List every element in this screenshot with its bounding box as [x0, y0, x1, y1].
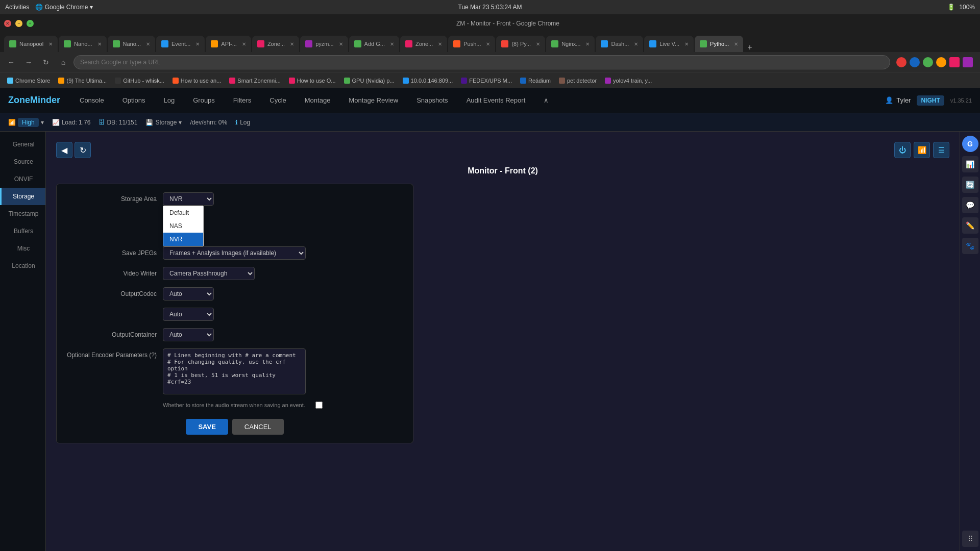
cancel-button[interactable]: CANCEL	[232, 419, 284, 435]
zm-logo[interactable]: ZoneMinder	[8, 95, 60, 106]
bookmark-readium[interactable]: Reádium	[517, 77, 554, 85]
sidebar-item-source[interactable]: Source	[0, 153, 45, 170]
ext-icon-5[interactable]	[949, 57, 960, 67]
tab-push[interactable]: Push... ✕	[448, 36, 495, 52]
storage-indicator[interactable]: 💾 Storage ▾	[145, 119, 182, 126]
bandwidth-indicator[interactable]: 📶 High ▾	[8, 118, 44, 127]
bandwidth-level[interactable]: High	[18, 118, 39, 127]
sidebar-item-general[interactable]: General	[0, 136, 45, 153]
home-button[interactable]: ⌂	[56, 55, 70, 69]
ext-icon-1[interactable]	[896, 57, 906, 67]
encoder-select2[interactable]: Auto	[163, 308, 214, 321]
tab-close[interactable]: ✕	[536, 41, 540, 47]
bookmark-fedex[interactable]: FEDEX/UPS M...	[458, 77, 515, 85]
nav-log[interactable]: Log	[160, 94, 179, 106]
video-writer-select[interactable]: Camera Passthrough	[163, 267, 255, 280]
bookmark-howto2[interactable]: How to use O...	[286, 77, 339, 85]
bookmark-yolo[interactable]: yolov4 train, y...	[602, 77, 655, 85]
reload-button[interactable]: ↻	[39, 55, 53, 69]
sidebar-item-timestamp[interactable]: Timestamp	[0, 205, 45, 222]
ext-icon-3[interactable]	[923, 57, 933, 67]
bookmark-howto[interactable]: How to use an...	[169, 77, 225, 85]
tab-close[interactable]: ✕	[634, 41, 638, 47]
tab-close[interactable]: ✕	[339, 41, 343, 47]
tab-close[interactable]: ✕	[585, 41, 590, 47]
tab-close[interactable]: ✕	[684, 41, 689, 47]
tab-zone2[interactable]: Zone... ✕	[400, 36, 447, 52]
refresh-button[interactable]: ↻	[75, 142, 91, 158]
activities-label[interactable]: Activities	[5, 4, 29, 11]
tab-dash[interactable]: Dash... ✕	[596, 36, 643, 52]
wifi-icon[interactable]: 📶	[914, 142, 930, 158]
bookmark-chromestore[interactable]: Chrome Store	[4, 77, 53, 85]
sidebar-item-onvif[interactable]: ONVIF	[0, 170, 45, 188]
chrome-icon-2[interactable]: 📊	[962, 156, 978, 172]
save-button[interactable]: SAVE	[186, 419, 228, 435]
list-icon[interactable]: ☰	[933, 142, 949, 158]
tab-close[interactable]: ✕	[290, 41, 294, 47]
storage-area-select[interactable]: Default NAS NVR	[163, 192, 214, 206]
encoder-select[interactable]: Auto	[163, 287, 214, 300]
nav-options[interactable]: Options	[118, 94, 150, 106]
rss-icon[interactable]: ⏻	[894, 142, 911, 158]
nav-console[interactable]: Console	[76, 94, 108, 106]
output-container-select[interactable]: Auto	[163, 328, 214, 341]
minimize-button[interactable]: −	[15, 20, 22, 27]
sidebar-item-misc[interactable]: Misc	[0, 240, 45, 257]
night-mode-badge[interactable]: NIGHT	[917, 95, 944, 106]
chrome-icon-3[interactable]: 🔄	[962, 177, 978, 193]
dropdown-option-default[interactable]: Default	[163, 206, 203, 219]
close-button[interactable]: ✕	[4, 20, 11, 27]
new-tab-button[interactable]: +	[744, 43, 755, 52]
tab-addg[interactable]: Add G... ✕	[349, 36, 399, 52]
encoder-params-textarea[interactable]: # Lines beginning with # are a comment #…	[163, 348, 306, 394]
bookmark-github[interactable]: GitHub - whisk...	[112, 77, 167, 85]
tab-close[interactable]: ✕	[97, 41, 102, 47]
ext-icon-6[interactable]	[963, 57, 973, 67]
nav-filters[interactable]: Filters	[229, 94, 255, 106]
back-button[interactable]: ←	[4, 55, 18, 69]
tab-close[interactable]: ✕	[734, 41, 738, 47]
tab-close[interactable]: ✕	[48, 41, 53, 47]
chrome-icon-4[interactable]: 💬	[962, 197, 978, 213]
tab-nanopool[interactable]: Nanopool ✕	[4, 36, 58, 52]
tab-zone1[interactable]: Zone... ✕	[252, 36, 299, 52]
nav-montage[interactable]: Montage	[301, 94, 335, 106]
bookmark-ultima[interactable]: (9) The Ultima...	[55, 77, 110, 85]
maximize-button[interactable]: +	[27, 20, 34, 27]
ext-icon-4[interactable]	[936, 57, 946, 67]
chrome-icon-apps[interactable]: ⠿	[962, 531, 978, 547]
bookmark-smart[interactable]: Smart Zonemni...	[226, 77, 283, 85]
audio-stream-checkbox[interactable]	[315, 402, 323, 409]
nav-groups[interactable]: Groups	[189, 94, 219, 106]
dropdown-option-nvr[interactable]: NVR	[163, 233, 203, 246]
sidebar-item-buffers[interactable]: Buffers	[0, 222, 45, 240]
tab-nginx[interactable]: Nginx... ✕	[546, 36, 595, 52]
save-jpegs-select[interactable]: Frames + Analysis Images (if available)	[163, 246, 306, 260]
tab-close[interactable]: ✕	[195, 41, 200, 47]
forward-button[interactable]: →	[21, 55, 36, 69]
nav-montage-review[interactable]: Montage Review	[345, 94, 402, 106]
ext-icon-2[interactable]	[910, 57, 920, 67]
bookmark-gpu[interactable]: GPU (Nvidia) p...	[341, 77, 398, 85]
user-name[interactable]: Tyler	[896, 96, 911, 104]
bookmark-pet[interactable]: pet detector	[556, 77, 600, 85]
tab-python[interactable]: Pytho... ✕	[695, 36, 743, 52]
chrome-icon-1[interactable]: G	[962, 136, 978, 152]
tab-close[interactable]: ✕	[486, 41, 490, 47]
prev-button[interactable]: ◀	[56, 142, 72, 158]
log-indicator[interactable]: ℹ Log	[235, 119, 250, 126]
tab-live[interactable]: Live V... ✕	[644, 36, 694, 52]
tab-close[interactable]: ✕	[242, 41, 246, 47]
chrome-icon-6[interactable]: 🐾	[962, 238, 978, 254]
nav-snapshots[interactable]: Snapshots	[412, 94, 452, 106]
tab-api[interactable]: API-... ✕	[206, 36, 251, 52]
tab-event[interactable]: Event... ✕	[156, 36, 205, 52]
tab-nano3[interactable]: Nano... ✕	[108, 36, 155, 52]
sidebar-item-location[interactable]: Location	[0, 257, 45, 274]
tab-close[interactable]: ✕	[390, 41, 394, 47]
dropdown-option-nas[interactable]: NAS	[163, 219, 203, 233]
tab-close[interactable]: ✕	[438, 41, 442, 47]
tab-close[interactable]: ✕	[146, 41, 150, 47]
nav-cycle[interactable]: Cycle	[265, 94, 290, 106]
